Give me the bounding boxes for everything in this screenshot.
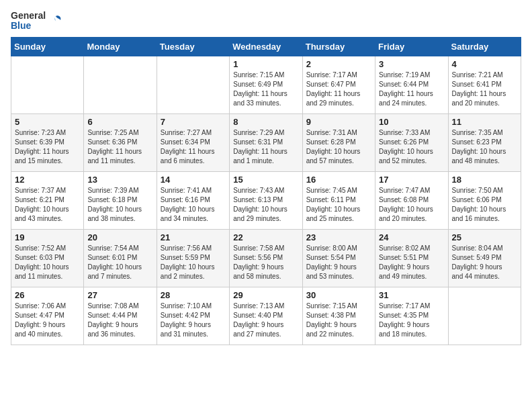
day-info: Sunrise: 8:00 AM Sunset: 5:54 PM Dayligh… xyxy=(306,244,371,281)
day-cell-11: 11Sunrise: 7:35 AM Sunset: 6:23 PM Dayli… xyxy=(448,113,521,171)
day-cell-14: 14Sunrise: 7:41 AM Sunset: 6:16 PM Dayli… xyxy=(157,171,229,229)
day-info: Sunrise: 7:41 AM Sunset: 6:16 PM Dayligh… xyxy=(161,186,226,224)
empty-cell xyxy=(157,56,229,113)
day-cell-4: 4Sunrise: 7:21 AM Sunset: 6:41 PM Daylig… xyxy=(448,56,521,113)
day-cell-10: 10Sunrise: 7:33 AM Sunset: 6:26 PM Dayli… xyxy=(375,113,448,171)
day-number: 22 xyxy=(233,232,298,242)
day-info: Sunrise: 7:21 AM Sunset: 6:41 PM Dayligh… xyxy=(452,71,517,108)
day-cell-23: 23Sunrise: 8:00 AM Sunset: 5:54 PM Dayli… xyxy=(302,229,375,287)
day-number: 9 xyxy=(306,117,371,127)
day-info: Sunrise: 7:19 AM Sunset: 6:44 PM Dayligh… xyxy=(379,71,444,108)
day-cell-7: 7Sunrise: 7:27 AM Sunset: 6:34 PM Daylig… xyxy=(157,113,229,171)
empty-cell xyxy=(448,287,521,345)
empty-cell xyxy=(84,56,157,113)
day-info: Sunrise: 7:47 AM Sunset: 6:08 PM Dayligh… xyxy=(379,186,444,224)
day-number: 26 xyxy=(15,290,80,300)
day-cell-20: 20Sunrise: 7:54 AM Sunset: 6:01 PM Dayli… xyxy=(84,229,157,287)
day-info: Sunrise: 7:45 AM Sunset: 6:11 PM Dayligh… xyxy=(306,186,371,224)
day-cell-12: 12Sunrise: 7:37 AM Sunset: 6:21 PM Dayli… xyxy=(11,171,84,229)
logo-bird-icon xyxy=(48,13,63,28)
day-number: 2 xyxy=(306,59,371,69)
day-number: 5 xyxy=(15,117,80,127)
weekday-header-thursday: Thursday xyxy=(302,37,375,56)
day-number: 15 xyxy=(233,175,298,185)
day-info: Sunrise: 7:58 AM Sunset: 5:56 PM Dayligh… xyxy=(233,244,298,281)
logo-general: General xyxy=(11,11,46,21)
day-info: Sunrise: 7:23 AM Sunset: 6:39 PM Dayligh… xyxy=(15,128,80,166)
day-number: 4 xyxy=(452,59,517,69)
day-cell-9: 9Sunrise: 7:31 AM Sunset: 6:28 PM Daylig… xyxy=(302,113,375,171)
day-cell-2: 2Sunrise: 7:17 AM Sunset: 6:47 PM Daylig… xyxy=(302,56,375,113)
day-info: Sunrise: 7:25 AM Sunset: 6:36 PM Dayligh… xyxy=(87,128,152,166)
week-row-2: 5Sunrise: 7:23 AM Sunset: 6:39 PM Daylig… xyxy=(11,113,521,171)
logo-blue: Blue xyxy=(11,21,46,31)
day-info: Sunrise: 7:54 AM Sunset: 6:01 PM Dayligh… xyxy=(87,244,152,281)
day-info: Sunrise: 7:17 AM Sunset: 4:35 PM Dayligh… xyxy=(379,302,444,339)
day-info: Sunrise: 7:33 AM Sunset: 6:26 PM Dayligh… xyxy=(379,128,444,166)
day-number: 14 xyxy=(161,175,226,185)
day-info: Sunrise: 7:50 AM Sunset: 6:06 PM Dayligh… xyxy=(452,186,517,224)
day-info: Sunrise: 7:08 AM Sunset: 4:44 PM Dayligh… xyxy=(87,302,152,339)
day-info: Sunrise: 7:10 AM Sunset: 4:42 PM Dayligh… xyxy=(161,302,226,339)
day-cell-25: 25Sunrise: 8:04 AM Sunset: 5:49 PM Dayli… xyxy=(448,229,521,287)
day-number: 21 xyxy=(161,232,226,242)
day-cell-27: 27Sunrise: 7:08 AM Sunset: 4:44 PM Dayli… xyxy=(84,287,157,345)
week-row-5: 26Sunrise: 7:06 AM Sunset: 4:47 PM Dayli… xyxy=(11,287,521,345)
day-info: Sunrise: 7:52 AM Sunset: 6:03 PM Dayligh… xyxy=(15,244,80,281)
day-info: Sunrise: 8:02 AM Sunset: 5:51 PM Dayligh… xyxy=(379,244,444,281)
logo: General Blue xyxy=(11,11,63,32)
day-number: 31 xyxy=(379,290,444,300)
day-cell-18: 18Sunrise: 7:50 AM Sunset: 6:06 PM Dayli… xyxy=(448,171,521,229)
day-number: 17 xyxy=(379,175,444,185)
day-info: Sunrise: 7:13 AM Sunset: 4:40 PM Dayligh… xyxy=(233,302,298,339)
day-number: 23 xyxy=(306,232,371,242)
day-number: 11 xyxy=(452,117,517,127)
weekday-header-row: SundayMondayTuesdayWednesdayThursdayFrid… xyxy=(11,37,521,56)
week-row-4: 19Sunrise: 7:52 AM Sunset: 6:03 PM Dayli… xyxy=(11,229,521,287)
day-number: 12 xyxy=(15,175,80,185)
day-cell-13: 13Sunrise: 7:39 AM Sunset: 6:18 PM Dayli… xyxy=(84,171,157,229)
day-number: 18 xyxy=(452,175,517,185)
weekday-header-wednesday: Wednesday xyxy=(230,37,302,56)
day-number: 27 xyxy=(87,290,152,300)
weekday-header-friday: Friday xyxy=(375,37,448,56)
day-number: 25 xyxy=(452,232,517,242)
calendar-header: SundayMondayTuesdayWednesdayThursdayFrid… xyxy=(11,37,521,56)
day-number: 10 xyxy=(379,117,444,127)
day-info: Sunrise: 7:15 AM Sunset: 4:38 PM Dayligh… xyxy=(306,302,371,339)
day-info: Sunrise: 7:06 AM Sunset: 4:47 PM Dayligh… xyxy=(15,302,80,339)
day-cell-29: 29Sunrise: 7:13 AM Sunset: 4:40 PM Dayli… xyxy=(230,287,302,345)
week-row-3: 12Sunrise: 7:37 AM Sunset: 6:21 PM Dayli… xyxy=(11,171,521,229)
day-cell-31: 31Sunrise: 7:17 AM Sunset: 4:35 PM Dayli… xyxy=(375,287,448,345)
day-number: 7 xyxy=(161,117,226,127)
day-cell-28: 28Sunrise: 7:10 AM Sunset: 4:42 PM Dayli… xyxy=(157,287,229,345)
day-number: 1 xyxy=(233,59,298,69)
day-info: Sunrise: 7:31 AM Sunset: 6:28 PM Dayligh… xyxy=(306,128,371,166)
day-number: 3 xyxy=(379,59,444,69)
logo-text: General Blue xyxy=(11,11,46,32)
day-info: Sunrise: 7:37 AM Sunset: 6:21 PM Dayligh… xyxy=(15,186,80,224)
day-cell-8: 8Sunrise: 7:29 AM Sunset: 6:31 PM Daylig… xyxy=(230,113,302,171)
day-number: 19 xyxy=(15,232,80,242)
day-number: 16 xyxy=(306,175,371,185)
day-cell-5: 5Sunrise: 7:23 AM Sunset: 6:39 PM Daylig… xyxy=(11,113,84,171)
day-number: 24 xyxy=(379,232,444,242)
day-cell-1: 1Sunrise: 7:15 AM Sunset: 6:49 PM Daylig… xyxy=(230,56,302,113)
day-number: 20 xyxy=(87,232,152,242)
day-cell-15: 15Sunrise: 7:43 AM Sunset: 6:13 PM Dayli… xyxy=(230,171,302,229)
day-info: Sunrise: 7:56 AM Sunset: 5:59 PM Dayligh… xyxy=(161,244,226,281)
day-info: Sunrise: 7:43 AM Sunset: 6:13 PM Dayligh… xyxy=(233,186,298,224)
day-number: 28 xyxy=(161,290,226,300)
day-cell-30: 30Sunrise: 7:15 AM Sunset: 4:38 PM Dayli… xyxy=(302,287,375,345)
week-row-1: 1Sunrise: 7:15 AM Sunset: 6:49 PM Daylig… xyxy=(11,56,521,113)
day-info: Sunrise: 7:17 AM Sunset: 6:47 PM Dayligh… xyxy=(306,71,371,108)
day-info: Sunrise: 7:35 AM Sunset: 6:23 PM Dayligh… xyxy=(452,128,517,166)
calendar-body: 1Sunrise: 7:15 AM Sunset: 6:49 PM Daylig… xyxy=(11,56,521,345)
calendar-table: SundayMondayTuesdayWednesdayThursdayFrid… xyxy=(11,37,521,345)
day-cell-6: 6Sunrise: 7:25 AM Sunset: 6:36 PM Daylig… xyxy=(84,113,157,171)
day-cell-16: 16Sunrise: 7:45 AM Sunset: 6:11 PM Dayli… xyxy=(302,171,375,229)
day-number: 6 xyxy=(87,117,152,127)
day-info: Sunrise: 7:39 AM Sunset: 6:18 PM Dayligh… xyxy=(87,186,152,224)
day-cell-22: 22Sunrise: 7:58 AM Sunset: 5:56 PM Dayli… xyxy=(230,229,302,287)
day-cell-21: 21Sunrise: 7:56 AM Sunset: 5:59 PM Dayli… xyxy=(157,229,229,287)
